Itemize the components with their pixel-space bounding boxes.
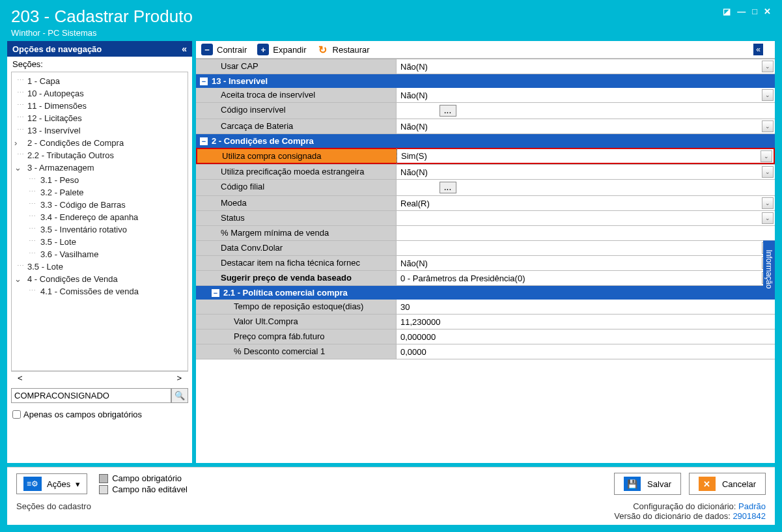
row-label: Moeda xyxy=(196,196,397,210)
tree-item[interactable]: ⌄3 - Armazenagem xyxy=(12,161,188,174)
contract-button[interactable]: − Contrair xyxy=(201,44,247,55)
dropdown-icon[interactable]: ⌄ xyxy=(762,212,774,224)
row-value[interactable]: Não(N)⌄ xyxy=(397,256,775,270)
section-13-header[interactable]: −13 - Inservível xyxy=(196,74,775,88)
row-label: Sugerir preço de venda baseado xyxy=(196,271,397,285)
dropdown-icon[interactable]: ⌄ xyxy=(761,150,772,162)
nav-sidebar: Opções de navegação « Seções: 1 - Capa10… xyxy=(7,41,192,463)
restore-icon: ↻ xyxy=(317,44,329,55)
close-icon[interactable]: ✕ xyxy=(764,7,771,16)
window-subtitle: Winthor - PC Sistemas xyxy=(11,28,193,38)
toolbar: − Contrair + Expandir ↻ Restaurar xyxy=(196,41,775,59)
minimize-icon[interactable]: — xyxy=(737,7,746,16)
tree-scroll-left[interactable]: < xyxy=(18,373,23,383)
tree-item[interactable]: ›2 - Condições de Compra xyxy=(12,137,188,149)
row-value[interactable]: ⌄ xyxy=(397,241,775,255)
tree-item[interactable]: 4.1 - Comissões de venda xyxy=(12,285,188,298)
row-value[interactable]: Não(N)⌄ xyxy=(397,119,775,133)
row-value[interactable]: ... xyxy=(397,180,775,195)
row-value[interactable]: 0,000000 xyxy=(397,329,775,344)
row-label: Destacar item na ficha técnica fornec xyxy=(196,256,397,270)
row-value[interactable]: 0 - Parâmetros da Presidência(0)⌄ xyxy=(397,271,775,285)
row-value[interactable]: Não(N)⌄ xyxy=(397,59,775,74)
dropdown-icon[interactable]: ⌄ xyxy=(762,89,774,101)
tree-item[interactable]: 13 - Inservível xyxy=(12,124,188,137)
tree-item[interactable]: 3.2 - Palete xyxy=(12,186,188,199)
tree-item[interactable]: 3.1 - Peso xyxy=(12,174,188,186)
row-value[interactable]: Não(N)⌄ xyxy=(397,165,775,179)
dict-version-link[interactable]: 2901842 xyxy=(733,511,766,521)
row-utiliza-compra-consignada[interactable]: Utiliza compra consignadaSim(S)⌄ xyxy=(196,148,775,165)
sections-tree[interactable]: 1 - Capa10 - Autopeças11 - Dimensões12 -… xyxy=(11,72,188,371)
maximize-icon[interactable]: □ xyxy=(752,7,757,16)
dropdown-icon[interactable]: ⌄ xyxy=(762,61,774,72)
edit-icon[interactable]: ◪ xyxy=(723,7,731,16)
row-label: Código inservível xyxy=(196,103,397,119)
info-tab[interactable]: Informação xyxy=(763,240,775,298)
tree-item[interactable]: 2.2 - Tributação Outros xyxy=(12,149,188,161)
tree-item[interactable]: 3.5 - Inventário rotativo xyxy=(12,223,188,236)
collapse-info-icon[interactable]: « xyxy=(753,44,763,55)
section-2-header[interactable]: −2 - Condições de Compra xyxy=(196,134,775,148)
row-value[interactable]: ... xyxy=(397,103,775,119)
sections-label: Seções: xyxy=(7,57,192,72)
row-value[interactable]: Real(R)⌄ xyxy=(397,196,775,210)
tree-item[interactable]: ⌄4 - Condições de Venda xyxy=(12,273,188,285)
chevron-down-icon: ▾ xyxy=(76,479,80,489)
tree-item[interactable]: 12 - Licitações xyxy=(12,112,188,124)
lookup-button[interactable]: ... xyxy=(440,105,456,117)
tree-item[interactable]: 1 - Capa xyxy=(12,75,188,87)
row-label: Aceita troca de inservível xyxy=(196,88,397,102)
lookup-button[interactable]: ... xyxy=(440,182,456,193)
dict-config-link[interactable]: Padrão xyxy=(738,501,766,511)
row-value[interactable]: 30 xyxy=(397,300,775,314)
row-label: Usar CAP xyxy=(196,59,397,74)
cancel-icon: ✕ xyxy=(699,477,716,491)
expand-button[interactable]: + Expandir xyxy=(257,44,306,55)
plus-icon: + xyxy=(257,44,269,55)
status-bar: Seções do cadastro Configuração do dicio… xyxy=(7,497,775,525)
actions-button[interactable]: ≡⚙ Ações ▾ xyxy=(16,473,87,494)
row-value[interactable]: Não(N)⌄ xyxy=(397,88,775,102)
sidebar-header: Opções de navegação « xyxy=(7,41,192,57)
legend: Campo obrigatório Campo não editável xyxy=(99,473,188,494)
row-label: Valor Ult.Compra xyxy=(196,315,397,329)
restore-button[interactable]: ↻ Restaurar xyxy=(317,44,370,55)
section-21-header[interactable]: −2.1 - Política comercial compra xyxy=(196,286,775,300)
search-input[interactable] xyxy=(11,388,171,403)
row-label: Preço compra fáb.futuro xyxy=(196,329,397,344)
row-value[interactable] xyxy=(397,226,775,240)
save-button[interactable]: 💾 Salvar xyxy=(614,473,681,495)
only-required-checkbox[interactable] xyxy=(12,410,21,419)
only-required-label: Apenas os campos obrigatórios xyxy=(23,410,142,419)
row-label: Utiliza precificação moeda estrangeira xyxy=(196,165,397,179)
tree-item[interactable]: 11 - Dimensões xyxy=(12,100,188,112)
footer: ≡⚙ Ações ▾ Campo obrigatório Campo não e… xyxy=(7,467,775,497)
row-value[interactable]: ⌄ xyxy=(397,211,775,225)
tree-item[interactable]: 3.3 - Código de Barras xyxy=(12,199,188,211)
tree-item[interactable]: 3.4 - Endereço de apanha xyxy=(12,211,188,223)
main-panel: − Contrair + Expandir ↻ Restaurar « Usar… xyxy=(196,41,775,463)
collapse-sidebar-icon[interactable]: « xyxy=(182,44,187,54)
dropdown-icon[interactable]: ⌄ xyxy=(762,197,774,209)
save-icon: 💾 xyxy=(624,477,641,491)
tree-scroll-right[interactable]: > xyxy=(176,373,182,383)
actions-icon: ≡⚙ xyxy=(23,477,42,491)
status-left: Seções do cadastro xyxy=(16,501,91,521)
tree-item[interactable]: 10 - Autopeças xyxy=(12,87,188,100)
tree-item[interactable]: 3.5 - Lote xyxy=(12,260,188,273)
row-value[interactable]: 11,230000 xyxy=(397,315,775,329)
titlebar: 203 - Cadastrar Produto Winthor - PC Sis… xyxy=(3,3,779,41)
property-grid[interactable]: Usar CAPNão(N)⌄ −13 - Inservível Aceita … xyxy=(196,59,775,463)
search-button[interactable]: 🔍 xyxy=(171,388,188,403)
row-label: Data Conv.Dolar xyxy=(196,241,397,255)
row-label: % Margem mínima de venda xyxy=(196,226,397,240)
row-value[interactable]: 0,0000 xyxy=(397,344,775,359)
dropdown-icon[interactable]: ⌄ xyxy=(762,120,774,132)
row-label: Carcaça de Bateria xyxy=(196,119,397,133)
tree-item[interactable]: 3.5 - Lote xyxy=(12,236,188,248)
row-label: Código filial xyxy=(196,180,397,195)
dropdown-icon[interactable]: ⌄ xyxy=(762,166,774,178)
tree-item[interactable]: 3.6 - Vasilhame xyxy=(12,248,188,260)
cancel-button[interactable]: ✕ Cancelar xyxy=(689,473,766,495)
